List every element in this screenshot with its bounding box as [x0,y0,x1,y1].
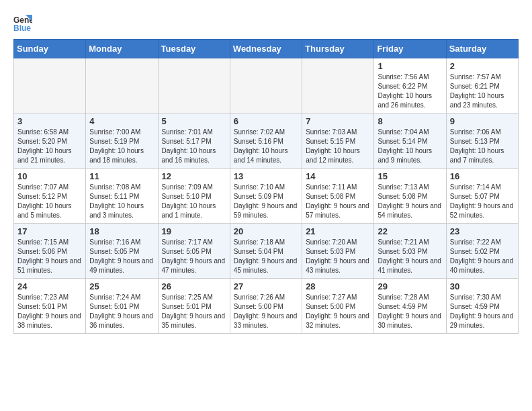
day-info: Sunrise: 7:07 AM Sunset: 5:12 PM Dayligh… [17,183,82,220]
calendar-cell: 30Sunrise: 7:30 AM Sunset: 4:59 PM Dayli… [446,279,518,334]
day-number: 20 [234,226,298,236]
calendar-cell: 11Sunrise: 7:08 AM Sunset: 5:11 PM Dayli… [86,169,158,224]
day-info: Sunrise: 7:21 AM Sunset: 5:03 PM Dayligh… [378,238,442,275]
day-info: Sunrise: 7:01 AM Sunset: 5:17 PM Dayligh… [162,128,226,165]
weekday-header-wednesday: Wednesday [230,40,302,58]
calendar-cell: 7Sunrise: 7:03 AM Sunset: 5:15 PM Daylig… [302,113,374,169]
calendar-cell: 19Sunrise: 7:17 AM Sunset: 5:05 PM Dayli… [158,224,230,279]
day-info: Sunrise: 7:16 AM Sunset: 5:05 PM Dayligh… [89,238,154,275]
calendar-cell: 16Sunrise: 7:14 AM Sunset: 5:07 PM Dayli… [446,169,518,224]
calendar-cell [14,58,86,113]
day-number: 21 [306,226,370,236]
day-number: 5 [162,116,226,126]
day-info: Sunrise: 7:08 AM Sunset: 5:11 PM Dayligh… [89,183,154,220]
calendar-cell [158,58,230,113]
calendar-cell: 10Sunrise: 7:07 AM Sunset: 5:12 PM Dayli… [14,169,86,224]
day-info: Sunrise: 7:09 AM Sunset: 5:10 PM Dayligh… [162,183,226,220]
calendar-cell: 14Sunrise: 7:11 AM Sunset: 5:08 PM Dayli… [302,169,374,224]
day-info: Sunrise: 7:00 AM Sunset: 5:19 PM Dayligh… [89,128,154,165]
day-info: Sunrise: 7:30 AM Sunset: 4:59 PM Dayligh… [450,293,515,330]
day-number: 2 [450,61,515,71]
calendar-cell: 21Sunrise: 7:20 AM Sunset: 5:03 PM Dayli… [302,224,374,279]
calendar-cell: 1Sunrise: 7:56 AM Sunset: 6:22 PM Daylig… [374,58,446,113]
calendar-cell: 9Sunrise: 7:06 AM Sunset: 5:13 PM Daylig… [446,113,518,169]
day-info: Sunrise: 7:04 AM Sunset: 5:14 PM Dayligh… [378,128,442,165]
day-number: 7 [306,116,370,126]
calendar-cell: 13Sunrise: 7:10 AM Sunset: 5:09 PM Dayli… [230,169,302,224]
calendar-cell: 6Sunrise: 7:02 AM Sunset: 5:16 PM Daylig… [230,113,302,169]
calendar-cell [302,58,374,113]
weekday-header-thursday: Thursday [302,40,374,58]
day-info: Sunrise: 7:22 AM Sunset: 5:02 PM Dayligh… [450,238,515,275]
logo-icon: General Blue [13,13,32,32]
day-number: 4 [89,116,154,126]
calendar-cell: 12Sunrise: 7:09 AM Sunset: 5:10 PM Dayli… [158,169,230,224]
day-info: Sunrise: 7:03 AM Sunset: 5:15 PM Dayligh… [306,128,370,165]
weekday-header-saturday: Saturday [446,40,518,58]
calendar: SundayMondayTuesdayWednesdayThursdayFrid… [13,39,519,334]
weekday-header-row: SundayMondayTuesdayWednesdayThursdayFrid… [14,40,519,58]
day-info: Sunrise: 7:23 AM Sunset: 5:01 PM Dayligh… [17,293,82,330]
calendar-cell: 18Sunrise: 7:16 AM Sunset: 5:05 PM Dayli… [86,224,158,279]
day-number: 28 [306,281,370,291]
day-number: 17 [17,226,82,236]
day-number: 3 [17,116,82,126]
day-info: Sunrise: 7:25 AM Sunset: 5:01 PM Dayligh… [162,293,226,330]
calendar-cell [230,58,302,113]
calendar-cell: 22Sunrise: 7:21 AM Sunset: 5:03 PM Dayli… [374,224,446,279]
calendar-cell: 15Sunrise: 7:13 AM Sunset: 5:08 PM Dayli… [374,169,446,224]
weekday-header-friday: Friday [374,40,446,58]
header: General Blue [13,13,519,32]
day-info: Sunrise: 7:11 AM Sunset: 5:08 PM Dayligh… [306,183,370,220]
day-number: 26 [162,281,226,291]
day-number: 27 [234,281,298,291]
week-row-2: 3Sunrise: 6:58 AM Sunset: 5:20 PM Daylig… [14,113,519,169]
day-number: 13 [234,171,298,181]
weekday-header-monday: Monday [86,40,158,58]
day-number: 15 [378,171,442,181]
calendar-cell: 5Sunrise: 7:01 AM Sunset: 5:17 PM Daylig… [158,113,230,169]
calendar-cell: 26Sunrise: 7:25 AM Sunset: 5:01 PM Dayli… [158,279,230,334]
calendar-cell: 23Sunrise: 7:22 AM Sunset: 5:02 PM Dayli… [446,224,518,279]
day-number: 29 [378,281,442,291]
day-info: Sunrise: 7:56 AM Sunset: 6:22 PM Dayligh… [378,73,442,110]
day-number: 14 [306,171,370,181]
weekday-header-tuesday: Tuesday [158,40,230,58]
day-info: Sunrise: 7:24 AM Sunset: 5:01 PM Dayligh… [89,293,154,330]
calendar-cell: 4Sunrise: 7:00 AM Sunset: 5:19 PM Daylig… [86,113,158,169]
calendar-cell: 24Sunrise: 7:23 AM Sunset: 5:01 PM Dayli… [14,279,86,334]
day-info: Sunrise: 7:14 AM Sunset: 5:07 PM Dayligh… [450,183,515,220]
week-row-1: 1Sunrise: 7:56 AM Sunset: 6:22 PM Daylig… [14,58,519,113]
day-info: Sunrise: 7:17 AM Sunset: 5:05 PM Dayligh… [162,238,226,275]
day-info: Sunrise: 7:57 AM Sunset: 6:21 PM Dayligh… [450,73,515,110]
day-info: Sunrise: 7:18 AM Sunset: 5:04 PM Dayligh… [234,238,298,275]
calendar-cell: 8Sunrise: 7:04 AM Sunset: 5:14 PM Daylig… [374,113,446,169]
calendar-cell: 25Sunrise: 7:24 AM Sunset: 5:01 PM Dayli… [86,279,158,334]
calendar-cell: 27Sunrise: 7:26 AM Sunset: 5:00 PM Dayli… [230,279,302,334]
week-row-4: 17Sunrise: 7:15 AM Sunset: 5:06 PM Dayli… [14,224,519,279]
day-number: 6 [234,116,298,126]
calendar-cell: 2Sunrise: 7:57 AM Sunset: 6:21 PM Daylig… [446,58,518,113]
day-number: 25 [89,281,154,291]
weekday-header-sunday: Sunday [14,40,86,58]
day-info: Sunrise: 7:15 AM Sunset: 5:06 PM Dayligh… [17,238,82,275]
week-row-3: 10Sunrise: 7:07 AM Sunset: 5:12 PM Dayli… [14,169,519,224]
day-info: Sunrise: 7:26 AM Sunset: 5:00 PM Dayligh… [234,293,298,330]
day-number: 23 [450,226,515,236]
svg-text:Blue: Blue [13,24,31,32]
day-info: Sunrise: 7:10 AM Sunset: 5:09 PM Dayligh… [234,183,298,220]
day-number: 11 [89,171,154,181]
day-number: 18 [89,226,154,236]
calendar-cell [86,58,158,113]
day-number: 30 [450,281,515,291]
day-number: 8 [378,116,442,126]
day-number: 1 [378,61,442,71]
day-info: Sunrise: 7:27 AM Sunset: 5:00 PM Dayligh… [306,293,370,330]
day-number: 12 [162,171,226,181]
day-info: Sunrise: 7:28 AM Sunset: 4:59 PM Dayligh… [378,293,442,330]
calendar-cell: 17Sunrise: 7:15 AM Sunset: 5:06 PM Dayli… [14,224,86,279]
logo: General Blue [13,13,36,32]
calendar-cell: 20Sunrise: 7:18 AM Sunset: 5:04 PM Dayli… [230,224,302,279]
calendar-cell: 3Sunrise: 6:58 AM Sunset: 5:20 PM Daylig… [14,113,86,169]
calendar-cell: 28Sunrise: 7:27 AM Sunset: 5:00 PM Dayli… [302,279,374,334]
